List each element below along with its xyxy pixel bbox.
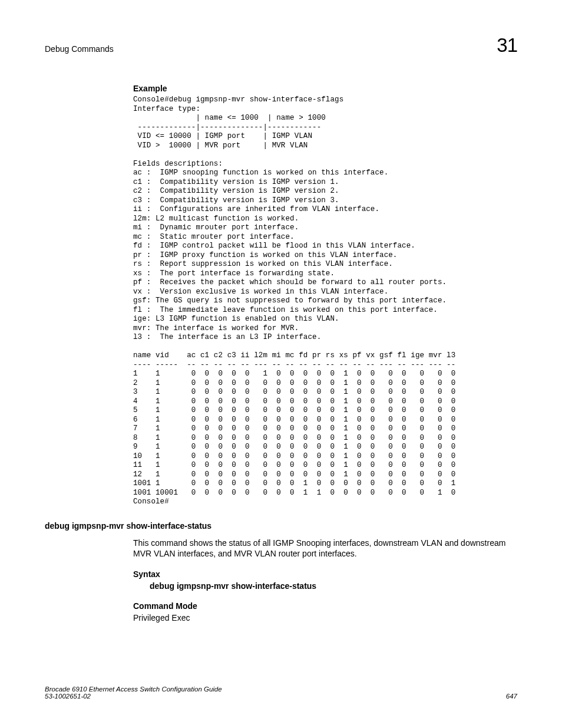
command-title: debug igmpsnp-mvr show-interface-status [45,521,517,531]
command-body: This command shows the status of all IGM… [133,538,517,622]
footer-book-title: Brocade 6910 Ethernet Access Switch Conf… [45,686,222,693]
command-mode-value: Privileged Exec [133,613,517,622]
page-footer: Brocade 6910 Ethernet Access Switch Conf… [45,686,517,700]
console-output: Console#debug igmpsnp-mvr show-interface… [133,95,517,507]
syntax-line: debug igmpsnp-mvr show-interface-status [150,581,517,591]
command-mode-heading: Command Mode [133,601,517,611]
example-heading: Example [133,84,517,93]
footer-page-number: 647 [506,693,517,700]
command-description: This command shows the status of all IGM… [133,538,517,559]
chapter-number: 31 [497,34,517,57]
footer-left: Brocade 6910 Ethernet Access Switch Conf… [45,686,222,700]
page-header: Debug Commands 31 [45,34,517,57]
main-content: Example Console#debug igmpsnp-mvr show-i… [133,84,517,507]
syntax-heading: Syntax [133,569,517,579]
header-title: Debug Commands [45,44,114,54]
footer-doc-number: 53-1002651-02 [45,693,222,700]
